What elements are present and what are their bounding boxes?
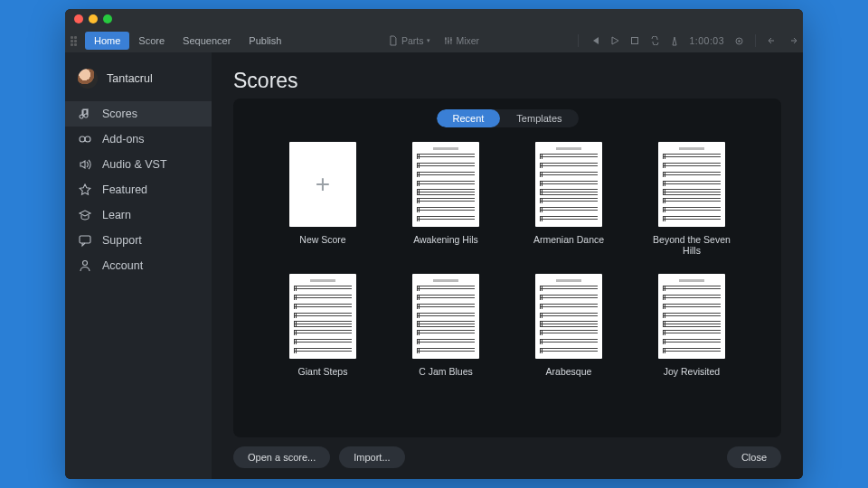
metronome-icon[interactable] [669, 35, 680, 46]
score-card[interactable]: +New Score [289, 142, 356, 256]
menu-item-publish[interactable]: Publish [240, 32, 290, 50]
body: Tantacrul ScoresAdd-onsAudio & VSTFeatur… [65, 52, 803, 479]
sidebar-item-label: Featured [102, 183, 147, 196]
score-card[interactable]: Giant Steps [289, 274, 356, 377]
grad-icon [78, 208, 92, 222]
timecode: 1:00:03 [689, 35, 724, 46]
score-thumb [289, 274, 356, 359]
redo-icon[interactable] [787, 35, 797, 46]
main: Scores RecentTemplates +New ScoreAwakeni… [212, 52, 803, 479]
score-label: Giant Steps [298, 366, 348, 377]
score-card[interactable]: Awakening Hils [412, 142, 479, 256]
avatar [78, 69, 98, 89]
svg-point-1 [447, 41, 448, 42]
footer: Open a score... Import... Close [233, 446, 781, 468]
new-score-thumb: + [289, 142, 356, 227]
sidebar: Tantacrul ScoresAdd-onsAudio & VSTFeatur… [65, 52, 212, 479]
score-thumb [412, 142, 479, 227]
score-label: Beyond the Seven Hills [644, 234, 740, 256]
menubar: HomeScoreSequencerPublish Parts ▾ Mixer … [65, 29, 803, 52]
sidebar-item-learn[interactable]: Learn [65, 202, 212, 228]
svg-point-0 [444, 38, 446, 40]
tabs: RecentTemplates [437, 109, 579, 127]
import-button[interactable]: Import... [339, 446, 404, 468]
svg-point-2 [449, 39, 451, 41]
menu-item-sequencer[interactable]: Sequencer [174, 32, 240, 50]
stop-icon[interactable] [629, 35, 640, 46]
score-label: Arabesque [546, 366, 592, 377]
menu-left: HomeScoreSequencerPublish [71, 32, 290, 50]
drag-handle-icon[interactable] [71, 36, 80, 46]
titlebar [65, 9, 803, 29]
score-label: New Score [299, 234, 345, 245]
scores-grid: +New ScoreAwakening HilsArmenian DanceBe… [251, 142, 763, 377]
plus-icon: + [316, 170, 330, 199]
score-card[interactable]: Armenian Dance [533, 142, 604, 256]
mixer-toggle[interactable]: Mixer [443, 35, 479, 46]
sidebar-item-add-ons[interactable]: Add-ons [65, 127, 212, 152]
svg-point-9 [83, 261, 88, 266]
close-window-icon[interactable] [74, 14, 83, 23]
score-label: Joy Revisited [664, 366, 720, 377]
sidebar-item-label: Scores [102, 108, 137, 120]
maximize-window-icon[interactable] [103, 14, 112, 23]
user-name: Tantacrul [107, 72, 153, 85]
sidebar-item-label: Support [102, 234, 142, 247]
rewind-icon[interactable] [590, 35, 600, 46]
settings-icon[interactable] [733, 35, 744, 46]
document-icon [389, 35, 398, 46]
speaker-icon [78, 157, 92, 172]
open-score-button[interactable]: Open a score... [233, 446, 330, 468]
sidebar-item-label: Audio & VST [102, 158, 167, 171]
nav: ScoresAdd-onsAudio & VSTFeaturedLearnSup… [65, 101, 212, 278]
window-controls [74, 14, 112, 23]
score-thumb [658, 142, 725, 227]
score-card[interactable]: Joy Revisited [658, 274, 725, 377]
sidebar-item-label: Account [102, 259, 143, 272]
svg-rect-8 [80, 236, 90, 243]
music-icon [78, 107, 92, 121]
svg-point-6 [80, 136, 85, 142]
page-title: Scores [233, 69, 781, 93]
minimize-window-icon[interactable] [89, 14, 98, 23]
puzzle-icon [78, 132, 92, 146]
score-thumb [412, 274, 479, 359]
svg-point-5 [738, 40, 740, 42]
menu-center: Parts ▾ Mixer [389, 35, 479, 46]
sidebar-item-label: Add-ons [102, 133, 145, 145]
score-thumb [535, 274, 602, 359]
sidebar-item-label: Learn [102, 209, 131, 221]
score-label: Armenian Dance [533, 234, 604, 245]
star-icon [78, 183, 92, 197]
chat-icon [78, 233, 92, 248]
menu-item-score[interactable]: Score [129, 32, 174, 50]
sidebar-item-scores[interactable]: Scores [65, 101, 212, 127]
score-card[interactable]: Beyond the Seven Hills [644, 142, 740, 256]
score-card[interactable]: C Jam Blues [412, 274, 479, 377]
menu-item-home[interactable]: Home [85, 32, 129, 50]
score-card[interactable]: Arabesque [535, 274, 602, 377]
score-thumb [658, 274, 725, 359]
sidebar-item-support[interactable]: Support [65, 228, 212, 253]
score-thumb [535, 142, 602, 227]
close-button[interactable]: Close [727, 446, 781, 468]
parts-dropdown[interactable]: Parts ▾ [389, 35, 431, 46]
tab-templates[interactable]: Templates [500, 109, 578, 127]
content-box: RecentTemplates +New ScoreAwakening Hils… [233, 99, 781, 437]
user-section[interactable]: Tantacrul [65, 63, 212, 101]
chevron-down-icon: ▾ [427, 37, 430, 44]
undo-icon[interactable] [767, 35, 778, 46]
loop-icon[interactable] [649, 35, 660, 46]
sidebar-item-featured[interactable]: Featured [65, 177, 212, 202]
svg-point-7 [85, 136, 90, 142]
score-label: Awakening Hils [413, 234, 478, 245]
person-icon [78, 258, 92, 273]
tab-recent[interactable]: Recent [437, 109, 501, 127]
play-icon[interactable] [609, 35, 620, 46]
svg-rect-3 [632, 38, 638, 44]
score-label: C Jam Blues [419, 366, 473, 377]
app-window: HomeScoreSequencerPublish Parts ▾ Mixer … [65, 9, 803, 479]
sidebar-item-account[interactable]: Account [65, 253, 212, 278]
menu-right: 1:00:03 [576, 34, 797, 47]
sidebar-item-audio-vst[interactable]: Audio & VST [65, 152, 212, 177]
